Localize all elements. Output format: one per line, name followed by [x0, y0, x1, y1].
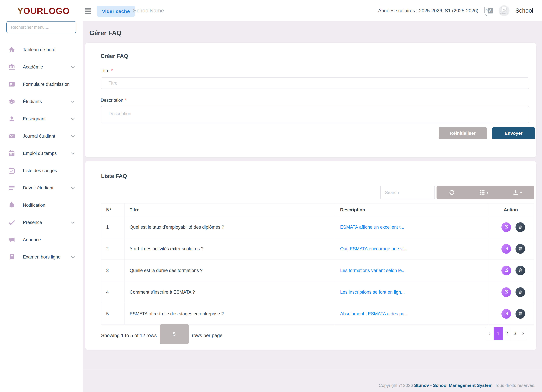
- reset-button[interactable]: Réinitialiser: [439, 127, 487, 139]
- trash-icon: [518, 268, 523, 273]
- edit-icon: [504, 268, 509, 273]
- pager-prev[interactable]: ‹: [485, 327, 493, 340]
- refresh-button[interactable]: [449, 189, 455, 196]
- school-name-label[interactable]: SchoolName: [133, 8, 164, 14]
- trash-icon: [518, 290, 523, 295]
- pager-next[interactable]: ›: [519, 327, 527, 340]
- footer-link[interactable]: Stunov - School Management System: [414, 383, 493, 388]
- pager: ‹123›: [485, 327, 527, 340]
- description-link[interactable]: ESMATA affiche un excellent t...: [340, 225, 404, 230]
- description-link[interactable]: Les formations varient selon le...: [340, 268, 406, 273]
- required-asterisk: *: [125, 98, 127, 103]
- app-logo: YOURLOGO: [17, 6, 70, 16]
- school-year-label[interactable]: Années scolaires : 2025-2026, S1 (2025-2…: [378, 8, 478, 13]
- delete-button[interactable]: [515, 222, 525, 232]
- assignment-icon: [8, 185, 15, 191]
- cell-number: 4: [101, 281, 125, 303]
- page-size-select[interactable]: 5: [160, 324, 189, 344]
- delete-button[interactable]: [515, 244, 525, 254]
- sidebar-item-acad-mie[interactable]: Académie: [0, 62, 83, 72]
- column-header-description: Description: [335, 203, 488, 216]
- sidebar-item-label: Étudiants: [23, 99, 70, 104]
- columns-icon: [479, 189, 485, 196]
- cell-titre: Quelle est la durée des formations ?: [125, 260, 335, 281]
- sidebar-item-label: Examen hors ligne: [23, 254, 70, 260]
- description-label: Description*: [101, 98, 529, 103]
- edit-button[interactable]: [501, 244, 511, 254]
- translate-front-glyph: A: [488, 8, 493, 13]
- calendar-icon: [8, 150, 15, 157]
- sidebar-search-input[interactable]: [6, 21, 76, 33]
- refresh-icon: [449, 189, 455, 196]
- export-button[interactable]: ▾: [512, 189, 522, 196]
- sidebar-item-examen-hors-ligne[interactable]: Examen hors ligne: [0, 252, 83, 262]
- sidebar-item-liste-des-cong-s[interactable]: Liste des congés: [0, 165, 83, 176]
- sidebar-item-label: Journal étudiant: [23, 133, 70, 139]
- delete-button[interactable]: [515, 287, 525, 297]
- sidebar-item-enseignant[interactable]: Enseignant: [0, 114, 83, 124]
- clear-cache-button[interactable]: Vider cache: [97, 6, 135, 17]
- graduation-cap-icon: [8, 98, 15, 105]
- edit-button[interactable]: [501, 287, 511, 297]
- description-link[interactable]: Absolument ! ESMATA a des pa...: [340, 311, 408, 316]
- profile-name[interactable]: School: [515, 7, 533, 14]
- sidebar-item-pr-sence[interactable]: Présence: [0, 217, 83, 228]
- chevron-down-icon: [70, 185, 76, 191]
- sidebar-item-label: Tableau de bord: [23, 47, 76, 53]
- logo-text: OURLOGO: [23, 6, 70, 16]
- description-field[interactable]: [101, 106, 529, 123]
- sidebar-item-formulaire-d-admission[interactable]: Formulaire d'admission: [0, 79, 83, 90]
- edit-button[interactable]: [501, 309, 511, 319]
- translate-icon[interactable]: a A: [484, 6, 493, 15]
- table-row: 3Quelle est la durée des formations ?Les…: [101, 260, 534, 281]
- sidebar-item-label: Annonce: [23, 237, 76, 242]
- sidebar-item-journal-tudiant[interactable]: Journal étudiant: [0, 131, 83, 141]
- sidebar-item-devoir-tudiant[interactable]: Devoir étudiant: [0, 183, 83, 193]
- table-search-input[interactable]: [380, 186, 435, 199]
- pager-page-2[interactable]: 2: [503, 327, 511, 340]
- pager-page-1[interactable]: 1: [493, 327, 503, 340]
- pagination-summary: Showing 1 to 5 of 12 rows 5 rows per pag…: [101, 327, 222, 344]
- copyright-text: Copyright © 2026 Stunov - School Managem…: [379, 383, 535, 388]
- edit-icon: [504, 311, 509, 316]
- delete-button[interactable]: [515, 266, 525, 275]
- titre-field[interactable]: [101, 77, 529, 89]
- delete-button[interactable]: [515, 309, 525, 319]
- form-icon: [8, 81, 15, 88]
- chevron-down-icon: [70, 254, 76, 260]
- faq-list-title: Liste FAQ: [101, 161, 534, 179]
- form-actions: Réinitialiser Envoyer: [101, 127, 535, 139]
- description-link[interactable]: Les inscriptions se font en lign...: [340, 290, 405, 295]
- edit-button[interactable]: [501, 266, 511, 275]
- sidebar: Tableau de bordAcadémieFormulaire d'admi…: [0, 21, 83, 392]
- page-title: Gérer FAQ: [89, 29, 542, 37]
- user-icon: [8, 115, 15, 122]
- sidebar-item--tudiants[interactable]: Étudiants: [0, 96, 83, 107]
- sidebar-toggle-icon[interactable]: [85, 8, 91, 14]
- edit-icon: [504, 290, 509, 295]
- description-link[interactable]: Oui, ESMATA encourage une vi...: [340, 246, 407, 251]
- sidebar-item-notification[interactable]: Notification: [0, 200, 83, 210]
- sidebar-item-annonce[interactable]: Annonce: [0, 235, 83, 245]
- columns-button[interactable]: ▾: [479, 189, 488, 196]
- sidebar-item-tableau-de-bord[interactable]: Tableau de bord: [0, 45, 83, 55]
- faq-table: N°TitreDescriptionAction 1Quel est le ta…: [101, 203, 534, 325]
- topbar: YOURLOGO Vider cache SchoolName Années s…: [0, 0, 542, 21]
- chevron-down-icon: [70, 220, 76, 225]
- create-faq-title: Créer FAQ: [101, 43, 529, 59]
- faq-list-card: Liste FAQ ▾▾ N°TitreDescriptionAction 1Q…: [85, 161, 536, 350]
- sidebar-item-emploi-du-temps[interactable]: Emploi du temps: [0, 148, 83, 159]
- avatar[interactable]: NO IMAGE AVAILABLE: [499, 5, 509, 16]
- column-header-titre: Titre: [125, 203, 335, 216]
- sidebar-item-label: Liste des congés: [23, 168, 76, 173]
- topbar-right: Années scolaires : 2025-2026, S1 (2025-2…: [378, 0, 533, 21]
- cell-number: 3: [101, 260, 125, 281]
- megaphone-icon: [8, 236, 15, 243]
- edit-button[interactable]: [501, 222, 511, 232]
- pager-page-3[interactable]: 3: [511, 327, 519, 340]
- submit-button[interactable]: Envoyer: [492, 127, 535, 139]
- table-row: 5ESMATA offre-t-elle des stages en entre…: [101, 303, 534, 325]
- pagination-row: Showing 1 to 5 of 12 rows 5 rows per pag…: [101, 327, 534, 344]
- trash-icon: [518, 246, 523, 251]
- cell-titre: Y a-t-il des activités extra-scolaires ?: [125, 238, 335, 260]
